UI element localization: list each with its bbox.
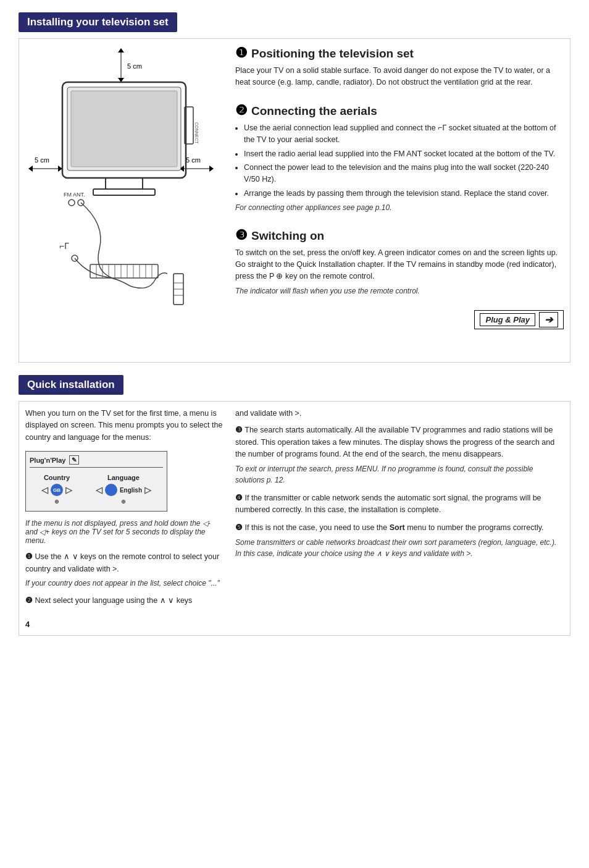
- menu-box-row: Country ◁ GB ▷ ⊕ Language ◁: [30, 471, 163, 507]
- arrow-right-icon: ➔: [539, 312, 558, 327]
- right-instructions: ❶ Positioning the television set Place y…: [229, 45, 564, 356]
- svg-text:5 cm: 5 cm: [186, 156, 201, 164]
- installing-header: Installing your television set: [19, 12, 570, 38]
- lang-left-arrow[interactable]: ◁: [96, 485, 102, 495]
- quick-content: When you turn on the TV set for the firs…: [25, 408, 564, 613]
- menu-box: Plug'n'Play ✎ Country ◁ GB ▷ ⊕: [25, 451, 167, 512]
- step2-title: ❷ Connecting the aerials: [235, 103, 564, 119]
- step3-block: ❸ Switching on To switch on the set, pre…: [235, 227, 564, 297]
- quick-right: and validate with >. ❸ The search starts…: [235, 408, 564, 613]
- step2-block: ❷ Connecting the aerials Use the aerial …: [235, 103, 564, 214]
- menu-box-title: Plug'n'Play ✎: [30, 455, 163, 468]
- plug-play-text: Plug & Play ➔: [474, 310, 564, 329]
- menu-note: If the menu is not displayed, press and …: [25, 519, 223, 545]
- step2-body: Use the aerial connection lead supplied …: [235, 122, 564, 214]
- step1-block: ❶ Positioning the television set Place y…: [235, 45, 564, 89]
- quick-step-4: ❹ If the transmitter or cable network se…: [235, 492, 564, 516]
- step2-bullet-3: Connect the power lead to the television…: [244, 162, 564, 186]
- svg-text:CONNECT: CONNECT: [194, 122, 199, 144]
- installing-section: 5 cm 5 cm 5 cm FM ANT.: [19, 38, 570, 363]
- tv-illustration: 5 cm 5 cm 5 cm FM ANT.: [25, 45, 217, 356]
- quick-intro: When you turn on the TV set for the firs…: [25, 408, 223, 444]
- quick-header: Quick installation: [19, 375, 570, 401]
- step3-title: ❸ Switching on: [235, 227, 564, 243]
- country-flag: GB: [51, 484, 63, 496]
- svg-point-18: [69, 200, 75, 206]
- step2-bullet-2: Insert the radio aerial lead supplied in…: [244, 148, 564, 160]
- svg-text:FM ANT.: FM ANT.: [64, 192, 85, 198]
- country-right-arrow[interactable]: ▷: [65, 485, 72, 495]
- q5-note: Some transmitters or cable networks broa…: [235, 537, 564, 560]
- q3-note: To exit or interrupt the search, press M…: [235, 463, 564, 486]
- right-intro: and validate with >.: [235, 408, 564, 419]
- flag-label: ⊕: [41, 498, 72, 505]
- quick-step-3: ❸ The search starts automatically. All t…: [235, 424, 564, 486]
- page-number: 4: [25, 620, 564, 629]
- quick-step-2: ❷ Next select your language using the ∧ …: [25, 595, 223, 607]
- svg-marker-10: [209, 166, 214, 172]
- svg-text:⌐Γ: ⌐Γ: [59, 241, 69, 251]
- step2-bullet-4: Arrange the leads by passing them throug…: [244, 188, 564, 200]
- menu-country-col: Country ◁ GB ▷ ⊕: [41, 474, 72, 505]
- menu-icon: ✎: [69, 455, 79, 465]
- plug-play-badge: Plug & Play ➔: [235, 310, 564, 329]
- step1-body: Place your TV on a solid stable surface.…: [235, 65, 564, 89]
- svg-text:5 cm: 5 cm: [35, 156, 49, 164]
- svg-marker-1: [118, 48, 124, 53]
- menu-language-col: Language ◁ English ▷ ⊕: [96, 474, 151, 505]
- svg-text:5 cm: 5 cm: [127, 62, 142, 70]
- lang-circle: [105, 484, 117, 496]
- tv-svg: 5 cm 5 cm 5 cm FM ANT.: [25, 45, 217, 354]
- quick-left: When you turn on the TV set for the firs…: [25, 408, 223, 613]
- language-selector: ◁ English ▷: [96, 484, 151, 496]
- country-selector: ◁ GB ▷: [41, 484, 72, 496]
- step3-body: To switch on the set, press the on/off k…: [235, 247, 564, 297]
- step2-list: Use the aerial connection lead supplied …: [235, 122, 564, 200]
- quick-section: When you turn on the TV set for the firs…: [19, 401, 570, 636]
- step2-bullet-1: Use the aerial connection lead supplied …: [244, 122, 564, 146]
- lang-sub: ⊕: [96, 498, 151, 505]
- step1-title: ❶ Positioning the television set: [235, 45, 564, 61]
- country-left-arrow[interactable]: ◁: [41, 485, 48, 495]
- q1-note: If your country does not appear in the l…: [25, 578, 223, 589]
- svg-rect-15: [106, 178, 143, 189]
- quick-step-5: ❺ If this is not the case, you need to u…: [235, 522, 564, 560]
- quick-step-1: ❶ Use the ∧ ∨ keys on the remote control…: [25, 551, 223, 589]
- lang-right-arrow[interactable]: ▷: [144, 485, 151, 495]
- svg-marker-5: [28, 166, 33, 172]
- svg-rect-16: [93, 189, 155, 195]
- step3-note: The indicator will flash when you use th…: [235, 285, 564, 297]
- svg-rect-14: [71, 91, 177, 167]
- step2-note: For connecting other appliances see page…: [235, 202, 564, 214]
